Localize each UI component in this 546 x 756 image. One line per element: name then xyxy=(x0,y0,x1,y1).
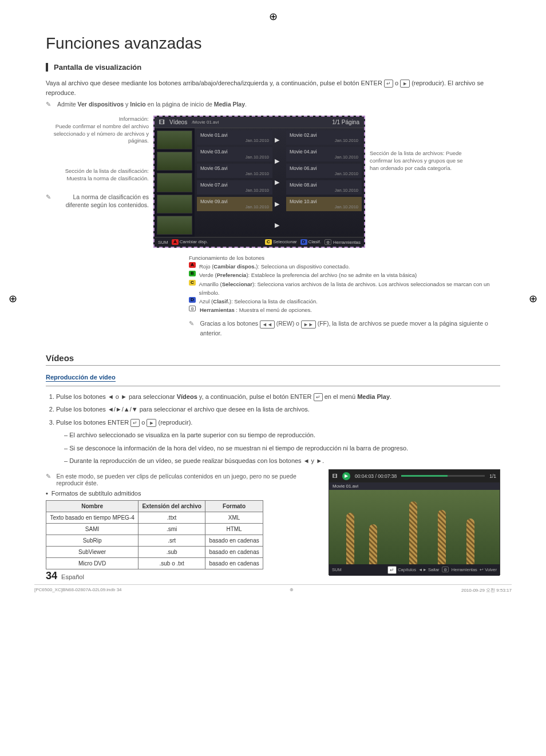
text: ): Selecciona un dispositivo conectado. xyxy=(256,263,350,270)
footer-a-label: Cambiar disp. xyxy=(180,239,208,244)
text: Volver xyxy=(485,567,497,572)
key-c-icon: C xyxy=(189,280,196,286)
table-row: SubRip.srtbasado en cadenas xyxy=(46,535,263,546)
cell: .srt xyxy=(139,535,205,546)
note-clips: ✎ En este modo, se pueden ver clips de p… xyxy=(46,473,311,486)
text: Seleccionar xyxy=(222,281,252,287)
file-item[interactable]: Movie 07.aviJan.10.2010 xyxy=(197,180,272,195)
player-count: 1/1 xyxy=(489,473,496,479)
left-callouts: Información: Puede confirmar el nombre d… xyxy=(46,116,149,209)
play-indicator-icon: ▶ xyxy=(275,221,284,229)
cell: XML xyxy=(205,512,263,523)
thumbnail[interactable] xyxy=(157,173,192,192)
button-function-block: Funcionamiento de los botones ARojo (Cam… xyxy=(189,254,500,338)
text: o xyxy=(141,419,147,426)
screen-footer: SUM ACambiar disp. CSeleccionar DClasif.… xyxy=(155,237,364,247)
film-icon: 🎞 xyxy=(159,119,165,125)
cell: .sub o .txt xyxy=(139,557,205,569)
file-date: Jan.10.2010 xyxy=(335,204,358,209)
table-row: Micro DVD.sub o .txtbasado en cadenas xyxy=(46,557,263,569)
text: Verde ( xyxy=(199,272,217,278)
film-icon: 🎞 xyxy=(333,473,338,479)
file-name: Movie 03.avi xyxy=(200,149,269,155)
page-language: Español xyxy=(61,573,84,580)
text: Inicio xyxy=(130,101,145,108)
play-icon: ► xyxy=(147,419,156,427)
thumbnail[interactable] xyxy=(157,195,192,213)
cell: HTML xyxy=(205,523,263,535)
foot-right: 2010-09-29 오전 9:53:17 xyxy=(461,587,512,593)
player-time: 00:04:03 / 00:07:38 xyxy=(355,473,397,479)
callout-norma: La norma de clasificación es diferente s… xyxy=(54,193,149,209)
step-3-detail: Durante la reproducción de un vídeo, se … xyxy=(64,456,500,466)
tools-icon: ⚙ xyxy=(442,567,449,572)
step-3-detail: Si se desconoce la información de la hor… xyxy=(64,444,500,453)
reproduccion-heading: Reproducción de vídeo xyxy=(46,374,116,382)
file-date: Jan.10.2010 xyxy=(335,138,358,143)
crop-mark-icon: ⊕ xyxy=(9,292,17,305)
text: Pulse los botones ◄ o ► para seleccionar xyxy=(56,393,177,400)
play-button-icon[interactable]: ▶ xyxy=(342,472,350,480)
crop-mark-icon: ⊕ xyxy=(269,10,278,23)
text: en la página de inicio de xyxy=(146,101,214,108)
cell: Texto basado en tiempo MPEG-4 xyxy=(46,512,139,523)
screen-header: 🎞 Vídeos /Movie 01.avi 1/1 Página xyxy=(155,117,364,128)
enter-icon: ↵ xyxy=(387,566,397,574)
foot-left: [PC6500_XC]BN68-02807A-02L09.indb 34 xyxy=(34,587,122,593)
file-date: Jan.10.2010 xyxy=(246,155,269,160)
file-name: Movie 09.avi xyxy=(200,199,269,204)
player-video-frame xyxy=(329,490,500,564)
step-1: Pulse los botones ◄ o ► para seleccionar… xyxy=(56,392,500,402)
sum-label: SUM xyxy=(158,240,168,245)
thumbnail[interactable] xyxy=(157,216,192,235)
bullet-icon xyxy=(46,490,48,497)
text: (reproducir). xyxy=(158,419,192,426)
file-item[interactable]: Movie 04.aviJan.10.2010 xyxy=(286,147,362,161)
th-formato: Formato xyxy=(205,500,263,512)
thumbnail[interactable] xyxy=(157,130,192,149)
note-icon: ✎ xyxy=(189,319,196,324)
file-item-selected[interactable]: Movie 09.aviJan.10.2010 xyxy=(197,197,272,211)
crop-mark-icon: ⊕ xyxy=(290,587,294,593)
subtitle-formats-table: Nombre Extensión del archivo Formato Tex… xyxy=(46,500,263,569)
file-item[interactable]: Movie 08.aviJan.10.2010 xyxy=(286,180,362,195)
tools-icon[interactable]: ⚙ xyxy=(325,239,331,245)
cell: basado en cadenas xyxy=(205,557,263,569)
cell: SubRip xyxy=(46,535,139,546)
or-word: o xyxy=(395,80,398,86)
media-play-screen: 🎞 Vídeos /Movie 01.avi 1/1 Página Movie … xyxy=(153,116,365,248)
file-name: Movie 04.avi xyxy=(290,149,358,155)
file-date: Jan.10.2010 xyxy=(246,204,269,209)
cell: SAMI xyxy=(46,523,139,535)
text: Media Play xyxy=(357,393,390,400)
page-number-value: 34 xyxy=(46,570,57,581)
file-item[interactable]: Movie 01.aviJan.10.2010 xyxy=(197,130,272,145)
note-admite: ✎ Admite Ver dispositivos y Inicio en la… xyxy=(46,101,500,108)
key-a-icon[interactable]: A xyxy=(172,239,179,245)
text: Azul ( xyxy=(199,298,213,304)
page-number: 34 Español xyxy=(46,570,84,582)
note-icon: ✎ xyxy=(46,473,53,478)
intro-text: Vaya al archivo que desee mediante los b… xyxy=(46,80,382,86)
key-d-icon[interactable]: D xyxy=(300,239,307,245)
player-filename: Movie 01.avi xyxy=(329,482,500,490)
section-heading-pantalla: Pantalla de visualización xyxy=(46,63,500,72)
thumbnail[interactable] xyxy=(157,152,192,171)
progress-bar[interactable] xyxy=(401,475,485,477)
file-item[interactable]: Movie 06.aviJan.10.2010 xyxy=(286,164,362,178)
cell: Micro DVD xyxy=(46,557,139,569)
file-item-selected[interactable]: Movie 10.aviJan.10.2010 xyxy=(286,197,362,211)
key-c-icon[interactable]: C xyxy=(265,239,272,245)
file-name: Movie 10.avi xyxy=(290,199,358,204)
key-b-icon: B xyxy=(189,271,196,276)
cell: basado en cadenas xyxy=(205,535,263,546)
file-item[interactable]: Movie 02.aviJan.10.2010 xyxy=(286,130,362,145)
right-callout: Sección de la lista de archivos: Puede c… xyxy=(370,116,467,172)
formatos-bullet: Formatos de subtítulo admitidos xyxy=(52,490,141,497)
callout-clasif-title: Sección de la lista de clasificación: xyxy=(65,168,149,174)
file-item[interactable]: Movie 05.aviJan.10.2010 xyxy=(197,164,272,178)
file-item[interactable]: Movie 03.aviJan.10.2010 xyxy=(197,147,272,161)
enter-icon: ↵ xyxy=(130,419,140,427)
intro-paragraph: Vaya al archivo que desee mediante los b… xyxy=(46,78,500,97)
file-date: Jan.10.2010 xyxy=(246,171,269,176)
